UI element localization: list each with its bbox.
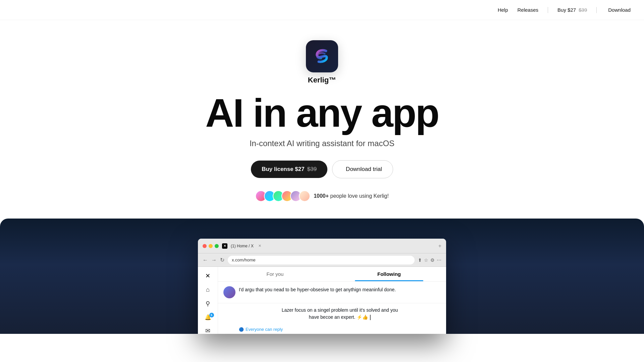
extensions-icon[interactable]: ⚙ — [430, 257, 435, 263]
forward-button[interactable]: → — [211, 257, 217, 263]
twitter-main: For you Following I'd argu that you nead… — [218, 267, 446, 334]
social-text: 1000+ people love using Kerlig! — [314, 193, 389, 199]
reply-icon: 🔵 — [239, 327, 244, 332]
tweet-avatar — [223, 286, 235, 298]
browser-window: ✕ (1) Home / X ✕ + ← → ↻ x.com/home ⬆ ☆ … — [198, 239, 446, 334]
hero-headline: AI in any app — [205, 93, 438, 133]
buy-label: Buy license $27 — [262, 166, 305, 173]
nav-download[interactable]: Download — [606, 7, 631, 13]
twitter-layout: ✕ ⌂ ⚲ 🔔 5 ✉ For you Following — [198, 267, 446, 334]
nav-releases[interactable]: Releases — [517, 7, 538, 13]
address-input[interactable]: x.com/home — [228, 256, 415, 264]
tweet-1: I'd argu that you nead to be hyper-obses… — [218, 282, 446, 303]
search-icon[interactable]: ⚲ — [206, 300, 210, 307]
home-icon[interactable]: ⌂ — [206, 286, 210, 293]
avatars — [255, 190, 310, 202]
new-tab-icon[interactable]: + — [438, 243, 441, 249]
browser-tab-label[interactable]: (1) Home / X — [231, 244, 254, 248]
twitter-tabs: For you Following — [218, 267, 446, 282]
tweet-reply-info: 🔵 Everyone can reply — [218, 324, 446, 334]
notif-badge: 5 — [209, 313, 214, 317]
trial-button[interactable]: Download trial — [332, 160, 393, 178]
cta-row: Buy license $27 $39 Download trial — [251, 160, 393, 178]
reply-label: Everyone can reply — [246, 327, 283, 332]
close-dot[interactable] — [203, 244, 207, 248]
tweet-text-1: I'd argu that you nead to be hyper-obses… — [239, 286, 396, 298]
social-proof: 1000+ people love using Kerlig! — [255, 190, 389, 202]
text-cursor — [370, 315, 371, 320]
tab-close-icon[interactable]: ✕ — [258, 244, 261, 248]
nav-buy-price: Buy $27 — [557, 7, 576, 13]
messages-icon[interactable]: ✉ — [205, 327, 210, 334]
browser-address-bar: ← → ↻ x.com/home ⬆ ☆ ⚙ ⋯ — [198, 253, 446, 267]
social-count: 1000+ — [314, 193, 329, 199]
fullscreen-dot[interactable] — [215, 244, 219, 248]
browser-traffic-lights — [203, 244, 219, 248]
tweet-line-2: have becoe an expert. ⚡👍 — [309, 314, 368, 320]
avatar-6 — [299, 190, 310, 202]
bookmark-icon[interactable]: ☆ — [424, 257, 428, 263]
nav-divider2 — [596, 7, 597, 13]
buy-strike: $39 — [307, 166, 317, 173]
demo-section: ✕ (1) Home / X ✕ + ← → ↻ x.com/home ⬆ ☆ … — [0, 219, 644, 334]
twitter-sidebar: ✕ ⌂ ⚲ 🔔 5 ✉ — [198, 267, 218, 334]
buy-button[interactable]: Buy license $27 $39 — [251, 161, 327, 178]
nav-download-label: Download — [608, 7, 631, 13]
nav-divider — [548, 7, 548, 13]
back-button[interactable]: ← — [203, 257, 208, 263]
hero-section: Kerlig™ AI in any app In-context AI writ… — [0, 0, 644, 334]
browser-toolbar-icons: ⬆ ☆ ⚙ ⋯ — [418, 257, 441, 263]
minimize-dot[interactable] — [209, 244, 213, 248]
browser-favicon: ✕ — [222, 243, 227, 249]
refresh-button[interactable]: ↻ — [220, 257, 224, 263]
social-suffix: people love using Kerlig! — [329, 193, 389, 199]
nav-help[interactable]: Help — [498, 7, 508, 13]
hero-subheadline: In-context AI writing assistant for macO… — [250, 139, 394, 148]
nav-buy[interactable]: Buy $27 $39 — [557, 7, 587, 13]
logo-name: Kerlig™ — [306, 76, 338, 84]
logo-container: Kerlig™ — [306, 40, 338, 84]
nav-buy-strike: $39 — [579, 7, 587, 13]
notifications-icon[interactable]: 🔔 5 — [205, 314, 211, 320]
tweet-line-1: Lazer focus on a singel problem until it… — [282, 307, 398, 313]
navigation: Help Releases Buy $27 $39 Download — [0, 0, 644, 20]
logo-icon — [306, 40, 338, 72]
tweet-2: Lazer focus on a singel problem until it… — [218, 303, 446, 324]
tab-for-you[interactable]: For you — [218, 267, 332, 281]
more-icon[interactable]: ⋯ — [437, 257, 441, 263]
share-icon[interactable]: ⬆ — [418, 257, 422, 263]
logo-svg — [311, 46, 333, 67]
trial-label: Download trial — [346, 166, 382, 173]
twitter-logo-icon[interactable]: ✕ — [205, 272, 210, 280]
browser-tab-bar: ✕ (1) Home / X ✕ + — [198, 239, 446, 253]
tab-following[interactable]: Following — [332, 267, 446, 281]
